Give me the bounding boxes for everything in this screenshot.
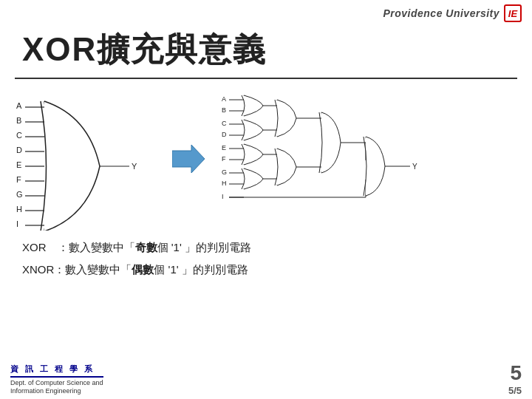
svg-text:C: C <box>222 120 227 127</box>
footer-dept-line2: Information Engineering <box>10 387 103 396</box>
xnor-keyword: 偶數 <box>132 263 154 276</box>
svg-text:E: E <box>222 144 226 151</box>
xnor-prefix: XNOR：數入變數中「 <box>22 263 132 276</box>
svg-text:A: A <box>222 95 226 103</box>
header: Providence University IE <box>0 0 532 25</box>
xor-prefix: XOR ：數入變數中「 <box>22 241 135 253</box>
university-name: Providence University <box>383 7 499 19</box>
left-circuit-diagram: A B C D E F G H I Y <box>15 86 155 231</box>
footer-left: 資 訊 工 程 學 系 Dept. of Computer Science an… <box>10 364 103 396</box>
svg-marker-20 <box>172 145 205 173</box>
page-title: XOR擴充與意義 <box>0 25 532 78</box>
footer-logo-text: 資 訊 工 程 學 系 <box>10 364 103 378</box>
svg-text:C: C <box>16 131 22 140</box>
text-section: XOR ：數入變數中「奇數個 '1' 」的判別電路 XNOR：數入變數中「偶數個… <box>0 231 532 284</box>
svg-text:B: B <box>16 116 21 125</box>
arrow <box>170 86 207 231</box>
footer: 資 訊 工 程 學 系 Dept. of Computer Science an… <box>0 358 532 399</box>
svg-text:Y: Y <box>412 163 417 171</box>
footer-dept-line1: Dept. of Computer Science and <box>10 379 103 388</box>
xor-keyword: 奇數 <box>135 241 157 253</box>
svg-text:B: B <box>222 106 226 114</box>
right-circuit-diagram: A B C D E F G H I <box>222 86 458 231</box>
xnor-description: XNOR：數入變數中「偶數個 '1' 」的判別電路 <box>22 259 510 281</box>
svg-text:D: D <box>222 131 227 138</box>
xor-description: XOR ：數入變數中「奇數個 '1' 」的判別電路 <box>22 236 510 259</box>
svg-text:H: H <box>222 180 227 187</box>
content-area: A B C D E F G H I Y <box>0 79 532 231</box>
svg-text:F: F <box>16 175 21 184</box>
university-logo: IE <box>504 4 522 22</box>
xnor-suffix: 個 '1' 」的判別電路 <box>154 263 248 276</box>
svg-text:D: D <box>16 146 22 154</box>
svg-text:G: G <box>16 190 23 199</box>
page-number-small: 5/5 <box>508 385 522 396</box>
svg-text:F: F <box>222 155 226 163</box>
footer-right: 5 5/5 <box>508 361 522 396</box>
svg-text:A: A <box>16 101 22 110</box>
xor-suffix: 個 '1' 」的判別電路 <box>157 241 251 253</box>
svg-text:E: E <box>16 160 21 169</box>
svg-text:I: I <box>16 219 18 228</box>
svg-text:I: I <box>222 193 224 200</box>
svg-text:G: G <box>222 168 227 176</box>
svg-text:Y: Y <box>132 162 137 171</box>
svg-text:H: H <box>16 205 22 214</box>
page-number-large: 5 <box>510 361 522 385</box>
